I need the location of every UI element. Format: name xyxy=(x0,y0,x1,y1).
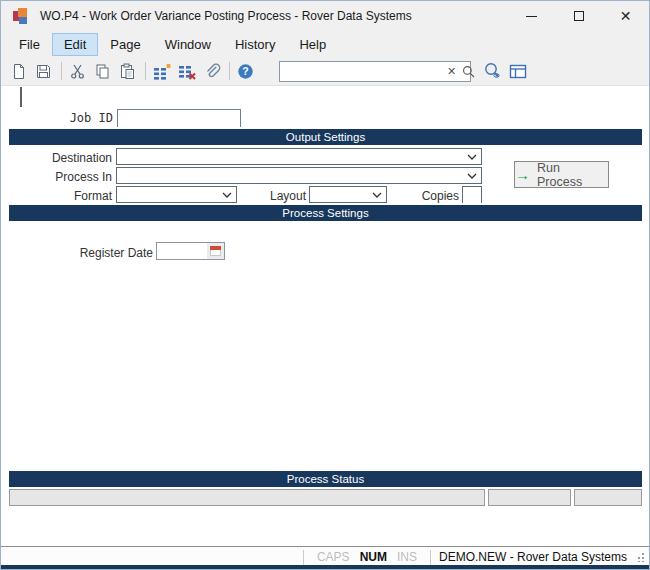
job-id-label: Job ID xyxy=(41,111,113,125)
save-icon xyxy=(35,63,52,80)
attachment-icon xyxy=(203,62,221,80)
new-document-icon xyxy=(10,63,27,80)
help-icon: ? xyxy=(237,63,254,80)
save-button[interactable] xyxy=(34,61,53,81)
maximize-icon xyxy=(574,11,584,21)
toolbar-separator xyxy=(229,62,230,80)
close-icon: ✕ xyxy=(620,9,632,23)
process-status-counter-box xyxy=(488,489,571,506)
job-id-input[interactable] xyxy=(118,112,240,128)
search-icon[interactable] xyxy=(460,65,479,78)
process-status-timer-box xyxy=(574,489,642,506)
session-label: DEMO.NEW - Rover Data Systems xyxy=(439,550,627,564)
output-settings-header: Output Settings xyxy=(9,129,642,145)
register-date-input[interactable] xyxy=(157,243,207,259)
caps-indicator: CAPS xyxy=(317,550,350,564)
chevron-down-icon xyxy=(372,192,382,198)
copies-input[interactable] xyxy=(463,190,481,205)
resize-grip[interactable] xyxy=(635,552,645,562)
chevron-down-icon xyxy=(222,192,232,198)
cut-icon xyxy=(69,63,86,80)
layout-select[interactable] xyxy=(309,186,387,203)
window-layout-button[interactable] xyxy=(508,61,527,81)
status-bar: CAPS NUM INS DEMO.NEW - Rover Data Syste… xyxy=(1,546,649,567)
copy-icon xyxy=(94,63,111,80)
destination-label: Destination xyxy=(21,151,112,165)
process-status-header: Process Status xyxy=(9,471,642,487)
app-logo-icon xyxy=(13,8,31,24)
run-process-label: Run Process xyxy=(537,161,608,189)
search-input[interactable] xyxy=(280,63,443,80)
copies-field-box xyxy=(462,186,482,203)
clear-search-icon[interactable]: ✕ xyxy=(443,65,460,78)
register-date-field-box xyxy=(156,242,225,260)
toolbar-separator xyxy=(145,62,146,80)
process-status-message-box xyxy=(9,489,485,506)
help-button[interactable]: ? xyxy=(236,61,255,81)
minimize-button[interactable] xyxy=(508,1,555,31)
register-date-label: Register Date xyxy=(53,246,153,260)
close-button[interactable]: ✕ xyxy=(602,1,649,31)
menu-edit[interactable]: Edit xyxy=(52,33,98,56)
insert-rows-button[interactable] xyxy=(152,61,171,81)
statusbar-separator xyxy=(430,550,431,565)
run-process-button[interactable]: → Run Process xyxy=(514,161,609,188)
toolbar-search: ✕ xyxy=(279,61,471,82)
new-document-button[interactable] xyxy=(9,61,28,81)
delete-rows-icon xyxy=(178,63,196,80)
menu-bar: File Edit Page Window History Help xyxy=(1,31,649,57)
menu-window[interactable]: Window xyxy=(153,33,223,56)
calendar-button[interactable] xyxy=(207,243,224,259)
window-layout-icon xyxy=(509,63,527,80)
copies-label: Copies xyxy=(399,189,459,203)
minimize-icon xyxy=(526,16,537,17)
find-record-button[interactable] xyxy=(483,61,502,81)
window-bottom-edge xyxy=(1,565,649,569)
process-settings-header: Process Settings xyxy=(9,205,642,221)
paste-button[interactable] xyxy=(118,61,137,81)
run-arrow-icon: → xyxy=(515,167,530,182)
calendar-icon xyxy=(210,246,221,256)
window-title: WO.P4 - Work Order Variance Posting Proc… xyxy=(40,9,412,23)
app-window: WO.P4 - Work Order Variance Posting Proc… xyxy=(0,0,650,570)
format-select[interactable] xyxy=(116,186,237,203)
maximize-button[interactable] xyxy=(555,1,602,31)
menu-history[interactable]: History xyxy=(223,33,287,56)
chevron-down-icon xyxy=(467,173,477,179)
attachment-button[interactable] xyxy=(202,61,221,81)
svg-text:?: ? xyxy=(242,65,248,77)
text-caret xyxy=(20,87,22,107)
num-indicator: NUM xyxy=(360,550,387,564)
insert-rows-icon xyxy=(153,63,171,80)
layout-label: Layout xyxy=(246,189,306,203)
delete-rows-button[interactable] xyxy=(177,61,196,81)
paste-icon xyxy=(119,63,136,80)
menu-help[interactable]: Help xyxy=(287,33,338,56)
title-bar: WO.P4 - Work Order Variance Posting Proc… xyxy=(1,1,649,31)
copy-button[interactable] xyxy=(93,61,112,81)
process-in-label: Process In xyxy=(21,170,112,184)
cut-button[interactable] xyxy=(68,61,87,81)
job-id-field-box xyxy=(117,109,241,127)
process-in-select[interactable] xyxy=(116,167,482,184)
destination-select[interactable] xyxy=(116,148,482,165)
statusbar-separator xyxy=(303,550,304,565)
find-record-icon xyxy=(483,62,502,80)
toolbar-separator xyxy=(61,62,62,80)
menu-file[interactable]: File xyxy=(7,33,52,56)
menu-page[interactable]: Page xyxy=(98,33,152,56)
format-label: Format xyxy=(21,189,112,203)
ins-indicator: INS xyxy=(397,550,417,564)
toolbar: ? ✕ xyxy=(1,57,649,86)
chevron-down-icon xyxy=(467,154,477,160)
